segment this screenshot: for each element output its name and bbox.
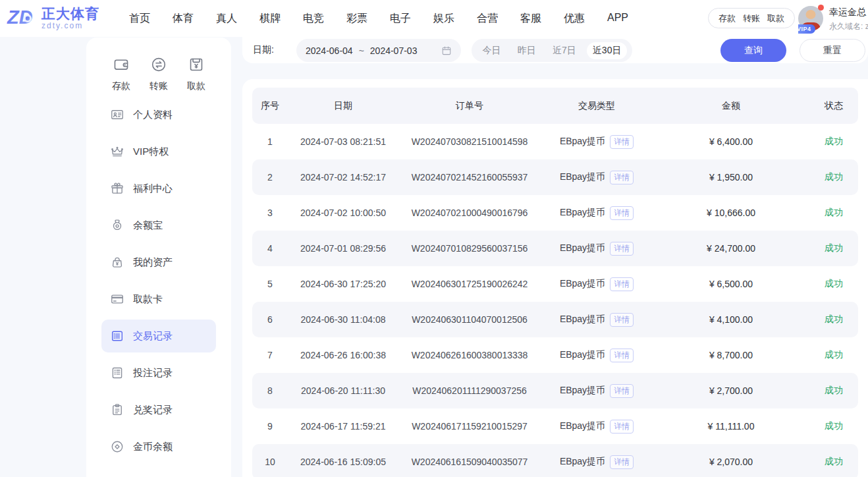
cell-order-number: W202406201111290037256 — [398, 385, 541, 396]
quick-action-1[interactable]: 存款 — [103, 56, 140, 92]
nav-item-7[interactable]: 电子 — [390, 12, 411, 26]
table-row: 102024-06-16 15:09:05W202406161509040035… — [252, 444, 858, 477]
sidebar-item-5[interactable]: 我的资产 — [101, 246, 216, 279]
avatar[interactable]: VIP4 — [798, 6, 823, 31]
transaction-icon — [110, 329, 124, 343]
header-action-2[interactable]: 转账 — [743, 13, 760, 24]
cell-status: 成功 — [809, 456, 858, 468]
quick-action-2[interactable]: 转账 — [140, 56, 177, 92]
cell-type: EBpay提币详情 — [541, 171, 653, 184]
search-button[interactable]: 查询 — [720, 39, 786, 62]
quick-range-1[interactable]: 今日 — [477, 42, 507, 59]
nav-item-8[interactable]: 娱乐 — [433, 12, 454, 26]
cell-amount: ¥ 24,700.00 — [653, 243, 809, 254]
sidebar-item-label: 余额宝 — [133, 219, 163, 232]
nav-item-12[interactable]: APP — [607, 12, 628, 26]
reset-button[interactable]: 重置 — [800, 39, 865, 62]
cell-order-number: W202406171159210015297 — [398, 421, 541, 432]
nav-item-9[interactable]: 合营 — [477, 12, 498, 26]
sidebar-item-9[interactable]: 兑奖记录 — [101, 393, 216, 426]
cell-no: 9 — [252, 421, 288, 432]
gift-icon — [110, 181, 124, 196]
sidebar-item-8[interactable]: 投注记录 — [101, 356, 216, 389]
cell-amount: ¥ 6,500.00 — [653, 279, 809, 289]
cell-date: 2024-07-01 08:29:56 — [288, 243, 398, 254]
detail-button[interactable]: 详情 — [610, 455, 634, 469]
detail-button[interactable]: 详情 — [610, 349, 634, 362]
detail-button[interactable]: 详情 — [610, 171, 634, 184]
calendar-icon — [441, 45, 452, 56]
top-header: ZD 正大体育 zdty.com 首页体育真人棋牌电竞彩票电子娱乐合营客服优惠A… — [0, 0, 868, 37]
nav-item-6[interactable]: 彩票 — [346, 12, 367, 26]
sidebar-item-6[interactable]: 取款卡 — [101, 283, 216, 316]
sidebar-item-label: VIP特权 — [133, 146, 169, 158]
detail-button[interactable]: 详情 — [610, 384, 634, 398]
sidebar-item-1[interactable]: 个人资料 — [101, 98, 216, 131]
detail-button[interactable]: 详情 — [610, 135, 634, 149]
header-action-3[interactable]: 取款 — [767, 13, 784, 24]
nav-item-4[interactable]: 棋牌 — [259, 12, 281, 26]
sidebar-item-4[interactable]: 余额宝 — [101, 209, 216, 242]
nav-item-2[interactable]: 体育 — [173, 12, 194, 26]
cell-amount: ¥ 1,950.00 — [653, 172, 809, 182]
bet-record-icon — [110, 366, 124, 380]
detail-button[interactable]: 详情 — [610, 277, 634, 291]
table-row: 72024-06-26 16:00:38W2024062616003800133… — [252, 337, 858, 373]
cell-type: EBpay提币详情 — [541, 206, 653, 220]
sidebar-item-3[interactable]: 福利中心 — [101, 172, 216, 205]
table-row: 42024-07-01 08:29:56W2024070108295600371… — [252, 231, 858, 266]
table-body: 12024-07-03 08:21:51W2024070308215100145… — [242, 124, 868, 477]
brand-logo[interactable]: ZD 正大体育 zdty.com — [7, 5, 100, 32]
date-to: 2024-07-03 — [370, 45, 418, 56]
sidebar-item-label: 福利中心 — [133, 182, 173, 195]
sidebar: 存款转账取款 个人资料VIP特权福利中心余额宝我的资产取款卡交易记录投注记录兑奖… — [86, 38, 231, 477]
sidebar-item-label: 我的资产 — [133, 256, 173, 269]
column-header: 交易类型 — [541, 100, 653, 112]
cell-date: 2024-06-30 17:25:20 — [288, 279, 398, 289]
detail-button[interactable]: 详情 — [610, 206, 634, 220]
table-row: 82024-06-20 11:11:30W2024062011112900372… — [252, 373, 858, 408]
cell-type: EBpay提币详情 — [541, 420, 653, 434]
cell-date: 2024-06-26 16:00:38 — [288, 350, 398, 360]
column-header: 序号 — [252, 100, 288, 112]
sidebar-item-10[interactable]: 金币余额 — [101, 430, 216, 463]
nav-item-3[interactable]: 真人 — [216, 12, 237, 26]
date-range-input[interactable]: 2024-06-04 ~ 2024-07-03 — [296, 39, 461, 62]
wallet-actions: 存款转账取款 — [708, 8, 795, 28]
sidebar-item-2[interactable]: VIP特权 — [101, 135, 216, 168]
detail-button[interactable]: 详情 — [610, 420, 634, 434]
sidebar-item-partial[interactable] — [101, 467, 216, 477]
column-header: 日期 — [288, 100, 398, 112]
sidebar-item-label: 个人资料 — [133, 109, 173, 121]
cell-no: 3 — [252, 208, 288, 218]
cell-type: EBpay提币详情 — [541, 455, 653, 469]
sidebar-item-label: 兑奖记录 — [133, 404, 173, 416]
quick-range-2[interactable]: 昨日 — [512, 42, 542, 59]
date-from: 2024-06-04 — [306, 45, 353, 56]
cell-amount: ¥ 10,666.00 — [653, 208, 809, 218]
cell-order-number: W202407030821510014598 — [398, 136, 541, 147]
header-action-1[interactable]: 存款 — [719, 13, 736, 24]
quick-range-4[interactable]: 近30日 — [587, 42, 628, 59]
cell-type: EBpay提币详情 — [541, 242, 653, 256]
nav-item-5[interactable]: 电竞 — [303, 12, 324, 26]
nav-item-11[interactable]: 优惠 — [564, 12, 585, 26]
cell-date: 2024-07-02 14:52:17 — [288, 172, 398, 182]
nav-item-1[interactable]: 首页 — [129, 12, 150, 26]
cell-type: EBpay提币详情 — [541, 135, 653, 149]
quick-range-3[interactable]: 近7日 — [547, 42, 582, 59]
cell-no: 8 — [252, 385, 288, 396]
wallet-icon — [113, 56, 130, 76]
quick-action-3[interactable]: 取款 — [178, 56, 215, 92]
page: ZD 正大体育 zdty.com 首页体育真人棋牌电竞彩票电子娱乐合营客服优惠A… — [0, 0, 868, 477]
detail-button[interactable]: 详情 — [610, 313, 634, 327]
column-header: 状态 — [809, 100, 858, 112]
date-separator: ~ — [359, 45, 364, 56]
user-chip[interactable]: VIP4 幸运金总 永久域名: zd — [798, 5, 868, 34]
sidebar-item-7[interactable]: 交易记录 — [101, 320, 216, 352]
detail-button[interactable]: 详情 — [610, 242, 634, 256]
cell-no: 2 — [252, 172, 288, 182]
cell-no: 10 — [252, 457, 288, 467]
brand-name: 正大体育 — [41, 6, 99, 21]
nav-item-10[interactable]: 客服 — [520, 12, 541, 26]
